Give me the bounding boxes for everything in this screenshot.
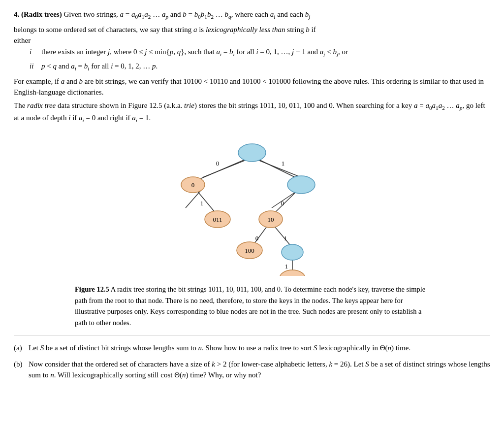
problem-number: 4. xyxy=(14,10,21,18)
sub-label-ii: ii xyxy=(30,61,37,73)
problem-close-paren: ) xyxy=(60,10,62,18)
svg-line-10 xyxy=(276,191,297,212)
part-a: (a) Let S be a set of distinct bit strin… xyxy=(14,342,490,354)
part-a-text: Let S be a set of distinct bit strings w… xyxy=(29,342,410,354)
sub-item-ii: ii p < q and ai = bi for all i = 0, 1, 2… xyxy=(30,61,490,73)
para1: For example, if a and b are bit strings,… xyxy=(14,76,490,98)
figure-caption: Figure 12.5 A radix tree storing the bit… xyxy=(75,284,429,328)
figure-container: Node "0" (orange) at depth 1 left Root -… xyxy=(14,133,490,328)
svg-text:1: 1 xyxy=(284,234,287,242)
svg-text:0: 0 xyxy=(255,234,259,242)
figure-caption-bold: Figure 12.5 xyxy=(75,285,109,293)
part-a-label: (a) xyxy=(14,342,25,354)
svg-point-21 xyxy=(287,176,315,194)
figure-caption-text: A radix tree storing the bit strings 101… xyxy=(75,285,425,326)
svg-text:011: 011 xyxy=(213,216,222,223)
svg-point-28 xyxy=(282,244,303,260)
svg-text:0: 0 xyxy=(191,181,195,189)
para2: The radix tree data structure shown in F… xyxy=(14,100,490,125)
svg-line-6 xyxy=(257,159,300,180)
svg-point-18 xyxy=(238,144,266,162)
sub-item-i-text: there exists an integer j, where 0 ≤ j ≤… xyxy=(41,46,348,59)
problem-def-line: belongs to some ordered set of character… xyxy=(14,24,490,35)
svg-text:1011: 1011 xyxy=(286,275,299,276)
part-b-text: Now consider that the ordered set of cha… xyxy=(29,359,490,381)
svg-line-8 xyxy=(197,191,215,212)
problem-header: 4. (Radix trees) Given two strings, a = … xyxy=(14,9,490,21)
problem-intro: Given two strings, a = a0a1a2 … ap and b… xyxy=(63,10,310,18)
svg-text:10: 10 xyxy=(268,216,274,223)
svg-line-14 xyxy=(275,227,290,245)
svg-text:100: 100 xyxy=(245,247,254,254)
problem-title: Radix trees xyxy=(24,10,60,18)
radix-tree-diagram: Node "0" (orange) at depth 1 left Root -… xyxy=(149,133,355,276)
svg-text:0: 0 xyxy=(216,160,220,167)
svg-text:0: 0 xyxy=(281,200,284,207)
svg-text:1: 1 xyxy=(282,160,285,167)
svg-line-4 xyxy=(198,159,247,180)
part-b-label: (b) xyxy=(14,359,25,370)
svg-text:1: 1 xyxy=(285,263,288,270)
section-divider xyxy=(14,335,490,335)
sub-label-i: i xyxy=(30,46,37,59)
sub-item-i: i there exists an integer j, where 0 ≤ j… xyxy=(30,46,490,59)
part-b: (b) Now consider that the ordered set of… xyxy=(14,359,490,381)
sub-item-ii-text: p < q and ai = bi for all i = 0, 1, 2, …… xyxy=(41,61,158,73)
svg-text:1: 1 xyxy=(200,200,204,207)
problem-either: either xyxy=(14,35,490,46)
